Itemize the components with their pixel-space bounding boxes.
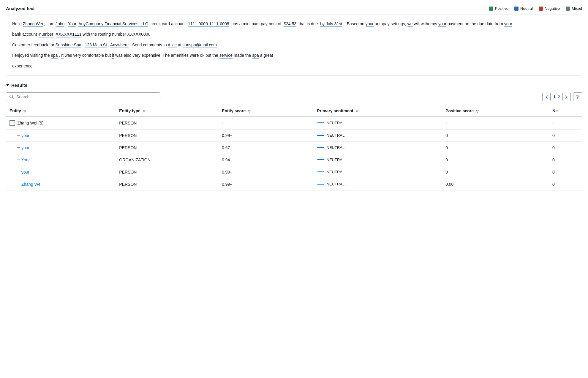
primary-sentiment-sort-icon[interactable]: ▽ [356,109,358,113]
type-cell: PERSON [116,178,218,190]
positive-score-cell: 0.00 [442,178,549,190]
entity-score-sort-icon[interactable]: ▽ [248,109,250,113]
score-cell: 0.67 [218,141,313,154]
entity-cell: your [6,141,116,154]
table-settings-button[interactable] [573,92,582,101]
entity-link[interactable]: your [21,170,29,174]
positive-score-sort-icon[interactable]: ▽ [476,109,478,113]
entity-link[interactable]: your [21,145,29,150]
entity-anycompany: AnyCompany Financial Services, LLC [78,21,148,27]
sentiment-indicator [317,184,324,185]
entity-link[interactable]: your [21,133,29,138]
table-header-row: Entity ▽ Entity type ▽ Entity score ▽ Pr… [6,105,582,116]
col-entity: Entity ▽ [6,105,116,116]
col-entity-type: Entity type ▽ [116,105,218,116]
gear-icon [575,94,580,99]
text-line-1b: bank account number XXXXXX1111 with the … [12,30,576,39]
entity-cell: your [6,166,116,178]
sentiment-cell: NEUTRAL [314,166,442,178]
mixed-label: Mixed [572,6,582,11]
legend-item-mixed: Mixed [566,6,582,11]
entity-john: John [56,21,64,27]
search-input[interactable] [16,94,157,99]
entity-type-sort-icon[interactable]: ▽ [143,109,145,113]
text-line-2: Customer feedback for Sunshine Spa , 123… [12,41,576,49]
sentiment-indicator [317,159,324,160]
ne-score-cell: 0 [549,129,582,141]
entity-your-3: your [438,21,446,27]
child-line-icon [17,160,20,160]
pagination: 1 2 [542,92,582,101]
col-positive-score: Positive score ▽ [442,105,549,116]
child-line-icon [17,184,20,184]
next-page-number[interactable]: 2 [558,94,560,99]
entity-link[interactable]: Your [21,158,30,162]
entity-it-1: It [61,53,64,59]
legend-item-positive: Positive [489,6,509,11]
entity-email: sunspa@mail.com [183,42,217,48]
entity-sort-icon[interactable]: ▽ [23,109,26,113]
entity-anywhere: Anywhere [110,42,129,48]
entity-we: we [407,21,413,27]
analyzed-text-box: Hello Zhang Wei , I am John . Your AnyCo… [6,15,582,75]
table-row: − Zhang Wei (5) PERSON - NEUTRAL - - [6,116,582,130]
entity-your-1: Your [68,21,76,27]
next-page-button[interactable] [562,93,571,101]
col-ne-score: Ne [549,105,582,116]
entity-alice: Alice [168,42,177,48]
mixed-color-dot [566,7,570,11]
type-cell: PERSON [116,116,218,130]
entity-spa-2: spa [252,53,259,59]
sentiment-cell: NEUTRAL [314,154,442,166]
entity-cell: Your [6,154,116,166]
neutral-label: Neutral [520,6,533,11]
ne-score-cell: - [549,116,582,130]
legend-item-neutral: Neutral [514,6,533,11]
collapse-row-button[interactable]: − [10,120,15,126]
table-row: Your ORGANIZATION 0.94 NEUTRAL 0 0 [6,154,582,166]
col-primary-sentiment: Primary sentiment ▽ [314,105,442,116]
negative-label: Negative [545,6,560,11]
table-row: your PERSON 0.67 NEUTRAL 0 0 [6,141,582,154]
col-entity-score: Entity score ▽ [218,105,313,116]
ne-score-cell: 0 [549,154,582,166]
text-line-3b: experience. [12,62,576,70]
entity-it-2: it [112,53,114,59]
sentiment-cell: NEUTRAL [314,141,442,154]
child-line-icon [17,147,20,148]
negative-color-dot [539,7,543,11]
score-cell: 0.94 [218,154,313,166]
child-line-icon [17,172,20,172]
positive-score-cell: 0 [442,154,549,166]
text-line-3: I enjoyed visiting the spa . It was very… [12,51,576,60]
score-cell: 0.99+ [218,166,313,178]
sentiment-cell: NEUTRAL [314,116,442,130]
positive-color-dot [489,7,493,11]
page-title: Analyzed text [6,6,35,11]
search-container[interactable] [6,92,160,101]
entity-cell: your [6,129,116,141]
sentiment-value: NEUTRAL [327,145,345,150]
entity-account-number: 1111-0000-1111-0008 [188,21,229,27]
positive-score-cell: - [442,116,549,130]
positive-score-cell: 0 [442,129,549,141]
type-cell: PERSON [116,141,218,154]
sentiment-indicator [317,147,324,148]
sentiment-value: NEUTRAL [327,170,345,174]
svg-point-2 [577,96,578,97]
controls-row: 1 2 [6,92,582,101]
text-line-1: Hello Zhang Wei , I am John . Your AnyCo… [12,20,576,28]
results-header[interactable]: Results [6,83,582,88]
entity-bank: number [39,32,53,37]
sentiment-value: NEUTRAL [327,158,345,162]
sentiment-value: NEUTRAL [327,121,345,125]
collapse-icon [6,84,10,86]
score-cell: - [218,116,313,130]
entity-link[interactable]: Zhang Wei [21,182,41,187]
results-section: Results 1 2 [6,83,582,190]
entity-spa-1: spa [51,53,58,59]
entity-zhang-wei-1: Zhang Wei [23,21,43,27]
type-cell: PERSON [116,129,218,141]
prev-page-button[interactable] [542,93,551,101]
sentiment-indicator [317,135,324,136]
